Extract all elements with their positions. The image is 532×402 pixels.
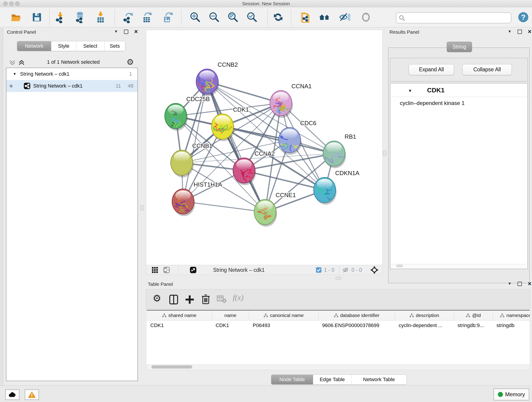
export-network-icon[interactable] xyxy=(122,11,134,23)
column-header[interactable]: namespace xyxy=(493,311,530,320)
column-header[interactable]: description xyxy=(395,311,454,320)
column-header[interactable]: shared name xyxy=(147,311,212,320)
zoom-selected-icon[interactable] xyxy=(246,11,258,23)
node-RB1[interactable] xyxy=(323,141,348,168)
node-table[interactable]: shared namenamecanonical namedatabase id… xyxy=(147,310,530,365)
node-HIST1H1A[interactable] xyxy=(167,189,195,216)
zoom-out-icon[interactable] xyxy=(208,11,220,23)
hide-unhide-icon[interactable] xyxy=(338,11,350,23)
copy-network-icon[interactable] xyxy=(299,11,311,23)
node-CCNE1[interactable] xyxy=(254,199,277,227)
edge-CDK1-RB1[interactable] xyxy=(222,127,334,153)
network-canvas[interactable]: CCNB2CCNA1CDC25BCDK1CDC6RB1CCNB1CCNA2CDK… xyxy=(146,30,383,265)
expand-all-button[interactable]: Expand All xyxy=(409,64,454,75)
results-panel-close-icon[interactable]: × xyxy=(528,29,532,34)
table-panel-collapse-icon[interactable]: ▼ xyxy=(508,281,512,286)
tab-string[interactable]: String xyxy=(447,42,472,52)
table-row[interactable]: CDK1CDK1P064939606.ENSP00000378699cyclin… xyxy=(147,320,530,331)
tab-node-table[interactable]: Node Table xyxy=(271,375,313,384)
column-header-label: database identifier xyxy=(340,313,380,318)
tab-style[interactable]: Style xyxy=(51,41,76,51)
node-label-CCNE1: CCNE1 xyxy=(276,191,296,198)
network-options-gear-icon[interactable]: ⚙ xyxy=(127,57,134,67)
node-CDK1[interactable] xyxy=(211,114,234,141)
cloud-button[interactable] xyxy=(5,389,19,400)
entry-h-scrollbar[interactable] xyxy=(391,264,526,268)
node-CCNB1[interactable] xyxy=(171,150,194,177)
birdseye-target-icon[interactable] xyxy=(370,266,379,274)
entry-h-scrollbar-thumb[interactable] xyxy=(396,265,403,267)
help-icon[interactable]: ? xyxy=(517,11,529,23)
open-view-icon[interactable] xyxy=(190,267,196,274)
table-cell[interactable]: P06493 xyxy=(249,320,318,331)
export-table-icon[interactable] xyxy=(141,11,153,23)
tab-select[interactable]: Select xyxy=(76,41,104,51)
network-share-icon[interactable] xyxy=(163,267,170,274)
column-type-icon xyxy=(500,313,505,318)
show-columns-icon[interactable] xyxy=(169,294,178,305)
search-input[interactable] xyxy=(396,12,511,23)
left-splitter-handle[interactable] xyxy=(140,205,144,211)
table-cell[interactable]: CDK1 xyxy=(212,320,249,331)
collapse-all-button[interactable]: Collapse All xyxy=(462,64,512,75)
control-panel-title: Control Panel xyxy=(7,29,36,35)
import-network-database-icon[interactable] xyxy=(74,11,86,23)
control-panel-collapse-icon[interactable]: ▼ xyxy=(114,29,118,34)
entry-collapse-icon[interactable]: ▼ xyxy=(408,89,412,93)
table-cell[interactable]: cyclin-dependent ... xyxy=(395,320,454,331)
node-CCNA1[interactable] xyxy=(270,90,293,118)
column-header[interactable]: name xyxy=(212,311,249,320)
delete-column-trash-icon[interactable] xyxy=(201,294,210,305)
table-cell[interactable]: stringdb:9... xyxy=(454,320,493,331)
zoom-in-icon[interactable] xyxy=(189,11,201,23)
control-panel-float-icon[interactable] xyxy=(124,30,128,34)
tab-network[interactable]: Network xyxy=(17,41,51,51)
home-string-icon[interactable] xyxy=(318,11,330,23)
open-session-icon[interactable] xyxy=(10,11,22,23)
table-panel-close-icon[interactable]: × xyxy=(528,281,532,286)
tab-sets[interactable]: Sets xyxy=(104,41,125,51)
table-h-scrollbar[interactable] xyxy=(147,364,530,370)
bottom-splitter-handle[interactable] xyxy=(336,277,341,280)
network-row[interactable]: String Network – cdk1 11 48 xyxy=(6,80,138,92)
collapse-all-icon[interactable] xyxy=(8,58,17,67)
selected-checkbox-icon[interactable] xyxy=(316,267,322,273)
hidden-eye-icon[interactable] xyxy=(342,267,349,273)
table-panel-float-icon[interactable] xyxy=(518,282,522,286)
expand-all-icon[interactable] xyxy=(17,58,26,67)
table-cell[interactable]: stringdb xyxy=(493,320,530,331)
export-image-icon[interactable] xyxy=(162,11,174,23)
function-builder-button[interactable]: f(x) xyxy=(233,293,244,302)
network-selection-status: 1 of 1 Network selected xyxy=(30,59,117,65)
add-column-icon[interactable] xyxy=(185,294,195,305)
node-CDKN1A[interactable] xyxy=(314,177,336,205)
right-splitter-handle[interactable] xyxy=(383,150,386,156)
column-header[interactable]: @id xyxy=(454,311,493,320)
memory-button[interactable]: Memory xyxy=(494,389,529,400)
column-header[interactable]: canonical name xyxy=(249,311,318,320)
node-CDC6[interactable] xyxy=(275,128,304,155)
show-hide-gray-icon[interactable] xyxy=(360,11,372,23)
zoom-fit-icon[interactable] xyxy=(227,11,239,23)
control-panel-close-icon[interactable]: × xyxy=(134,29,138,34)
node-CDC25B[interactable] xyxy=(165,103,188,132)
results-panel-float-icon[interactable] xyxy=(518,30,522,34)
import-network-file-icon[interactable] xyxy=(54,11,66,23)
network-collection-row[interactable]: ▼ String Network – cdk1 1 xyxy=(6,68,138,80)
table-cell[interactable]: 9606.ENSP00000378699 xyxy=(318,320,395,331)
edge-CCNE1-HIST1H1A[interactable] xyxy=(183,201,265,212)
tab-edge-table[interactable]: Edge Table xyxy=(313,375,351,384)
tab-network-table[interactable]: Network Table xyxy=(351,375,406,384)
import-table-file-icon[interactable] xyxy=(95,11,107,23)
tree-expand-icon[interactable]: ▼ xyxy=(13,72,17,76)
clear-table-icon[interactable] xyxy=(217,295,227,303)
column-header[interactable]: database identifier xyxy=(318,311,395,320)
table-settings-gear-icon[interactable]: ⚙ xyxy=(152,293,161,304)
table-cell[interactable]: CDK1 xyxy=(147,320,212,331)
results-panel-collapse-icon[interactable]: ▼ xyxy=(508,29,512,34)
refresh-icon[interactable] xyxy=(272,11,284,23)
grid-view-icon[interactable] xyxy=(152,267,158,273)
warning-button[interactable] xyxy=(25,389,39,400)
save-session-icon[interactable] xyxy=(31,11,43,23)
table-h-scrollbar-thumb[interactable] xyxy=(152,365,192,369)
